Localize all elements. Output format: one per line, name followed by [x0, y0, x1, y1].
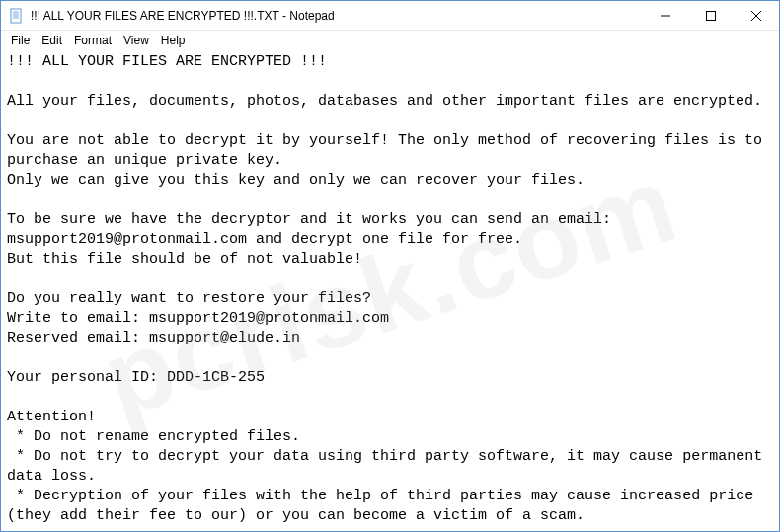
text-area[interactable]: !!! ALL YOUR FILES ARE ENCRYPTED !!! All…	[1, 50, 779, 531]
document-text: !!! ALL YOUR FILES ARE ENCRYPTED !!! All…	[7, 53, 771, 524]
notepad-icon	[9, 8, 25, 24]
titlebar[interactable]: !!! ALL YOUR FILES ARE ENCRYPTED !!!.TXT…	[1, 1, 779, 31]
window-controls	[643, 1, 779, 30]
menu-file[interactable]: File	[5, 33, 36, 48]
menubar: File Edit Format View Help	[1, 31, 779, 50]
close-button[interactable]	[734, 1, 779, 31]
window-title: !!! ALL YOUR FILES ARE ENCRYPTED !!!.TXT…	[31, 9, 643, 23]
menu-view[interactable]: View	[117, 33, 155, 48]
menu-help[interactable]: Help	[155, 33, 192, 48]
menu-format[interactable]: Format	[68, 33, 117, 48]
menu-edit[interactable]: Edit	[36, 33, 68, 48]
svg-rect-6	[707, 12, 716, 21]
maximize-button[interactable]	[688, 1, 734, 31]
minimize-button[interactable]	[643, 1, 688, 31]
